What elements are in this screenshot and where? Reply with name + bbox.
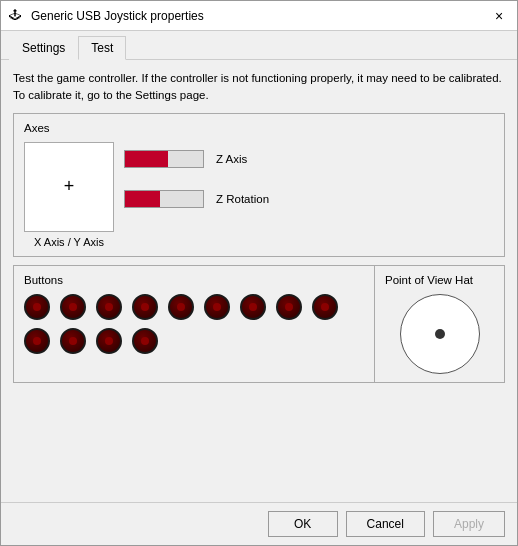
pov-label: Point of View Hat	[385, 274, 473, 286]
z-axis-label: Z Axis	[216, 153, 286, 165]
button-8	[276, 294, 302, 320]
footer: OK Cancel Apply	[1, 502, 517, 545]
z-axis-row: Z Axis	[124, 150, 494, 168]
description-text: Test the game controller. If the control…	[13, 70, 505, 105]
button-4	[132, 294, 158, 320]
button-13	[132, 328, 158, 354]
xy-wrapper: + X Axis / Y Axis	[24, 142, 114, 248]
buttons-label: Buttons	[24, 274, 364, 286]
z-rotation-bar-fill	[125, 191, 160, 207]
xy-crosshair: +	[64, 176, 75, 197]
z-rotation-row: Z Rotation	[124, 190, 494, 208]
z-axis-bar-container	[124, 150, 204, 168]
cancel-button[interactable]: Cancel	[346, 511, 425, 537]
z-axes: Z Axis Z Rotation	[124, 142, 494, 208]
buttons-row-2	[24, 328, 364, 354]
button-11	[60, 328, 86, 354]
z-axis-bar-fill	[125, 151, 168, 167]
close-button[interactable]: ×	[489, 6, 509, 26]
button-9	[312, 294, 338, 320]
main-window: 🕹 Generic USB Joystick properties × Sett…	[0, 0, 518, 546]
apply-button[interactable]: Apply	[433, 511, 505, 537]
buttons-section: Buttons	[13, 265, 375, 383]
content-area: Test the game controller. If the control…	[1, 60, 517, 502]
pov-dot	[435, 329, 445, 339]
axes-label: Axes	[24, 122, 494, 134]
window-title: Generic USB Joystick properties	[31, 9, 489, 23]
tab-test[interactable]: Test	[78, 36, 126, 60]
window-icon: 🕹	[9, 8, 25, 24]
button-1	[24, 294, 50, 320]
tab-settings[interactable]: Settings	[9, 36, 78, 60]
button-2	[60, 294, 86, 320]
pov-circle-container	[385, 294, 494, 374]
xy-display: +	[24, 142, 114, 232]
pov-section: Point of View Hat	[375, 265, 505, 383]
title-bar: 🕹 Generic USB Joystick properties ×	[1, 1, 517, 31]
ok-button[interactable]: OK	[268, 511, 338, 537]
buttons-row-1	[24, 294, 364, 320]
buttons-grid	[24, 294, 364, 354]
button-3	[96, 294, 122, 320]
button-10	[24, 328, 50, 354]
buttons-pov-row: Buttons	[13, 265, 505, 383]
pov-circle	[400, 294, 480, 374]
z-rotation-bar-container	[124, 190, 204, 208]
xy-label: X Axis / Y Axis	[34, 236, 104, 248]
axes-content: + X Axis / Y Axis Z Axis	[24, 142, 494, 248]
button-7	[240, 294, 266, 320]
tab-bar: Settings Test	[1, 31, 517, 60]
button-12	[96, 328, 122, 354]
z-rotation-label: Z Rotation	[216, 193, 286, 205]
axes-section: Axes + X Axis / Y Axis Z Axis	[13, 113, 505, 257]
button-6	[204, 294, 230, 320]
button-5	[168, 294, 194, 320]
